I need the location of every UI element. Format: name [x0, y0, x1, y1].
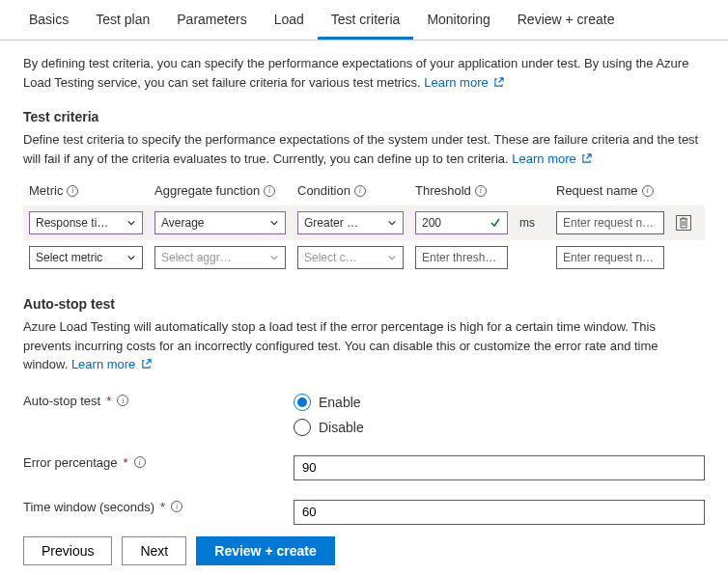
time-window-input[interactable]	[294, 500, 705, 525]
info-icon[interactable]	[642, 185, 654, 197]
aggregate-dropdown[interactable]: Average	[154, 211, 286, 234]
radio-icon	[294, 394, 311, 411]
autostop-description: Azure Load Testing will automatically st…	[23, 317, 705, 374]
next-button[interactable]: Next	[122, 536, 186, 565]
request-name-input[interactable]	[556, 211, 664, 234]
autostop-test-label: Auto-stop test *	[23, 394, 294, 408]
metric-dropdown[interactable]: Response ti…	[29, 211, 143, 234]
time-window-label: Time window (seconds) *	[23, 500, 294, 514]
chevron-down-icon	[387, 218, 397, 228]
tab-basics[interactable]: Basics	[15, 0, 82, 40]
autostop-radio-group: Enable Disable	[294, 394, 705, 436]
tab-review-create[interactable]: Review + create	[504, 0, 629, 40]
learn-more-link-autostop[interactable]: Learn more	[71, 357, 152, 371]
chevron-down-icon	[126, 218, 136, 228]
radio-enable-label: Enable	[319, 395, 361, 410]
section-description: Define test criteria to specify the perf…	[23, 130, 705, 168]
review-create-button[interactable]: Review + create	[196, 536, 334, 565]
col-req-label: Request name	[556, 183, 638, 198]
intro-text: By defining test criteria, you can speci…	[23, 56, 688, 90]
condition-dropdown[interactable]: Greater …	[297, 211, 404, 234]
threshold-input[interactable]	[415, 246, 508, 269]
info-icon[interactable]	[134, 456, 146, 468]
tab-monitoring[interactable]: Monitoring	[413, 0, 503, 40]
metric-dropdown[interactable]: Select metric	[29, 246, 143, 269]
learn-more-link-criteria[interactable]: Learn more	[512, 151, 592, 166]
criteria-table: Metric Aggregate function Condition Thre…	[23, 179, 705, 275]
info-icon[interactable]	[117, 395, 128, 406]
autostop-title: Auto-stop test	[23, 296, 705, 312]
chevron-down-icon	[126, 253, 136, 262]
aggregate-dropdown[interactable]: Select aggr…	[154, 246, 286, 269]
checkmark-icon	[490, 217, 501, 229]
tab-load[interactable]: Load	[261, 0, 318, 40]
radio-disable-label: Disable	[319, 420, 364, 435]
chevron-down-icon	[387, 253, 397, 262]
tab-test-criteria[interactable]: Test criteria	[318, 0, 414, 40]
info-icon[interactable]	[475, 185, 487, 197]
external-link-icon	[141, 359, 152, 370]
col-agg-label: Aggregate function	[154, 183, 260, 198]
criteria-row: Response ti… Average Greater … 200	[23, 205, 705, 240]
info-icon[interactable]	[354, 185, 366, 197]
chevron-down-icon	[269, 218, 279, 228]
previous-button[interactable]: Previous	[23, 536, 112, 565]
error-percentage-label: Error percentage *	[23, 455, 294, 470]
chevron-down-icon	[269, 253, 279, 262]
external-link-icon	[581, 153, 592, 164]
radio-disable[interactable]: Disable	[294, 419, 705, 436]
info-icon[interactable]	[264, 185, 275, 197]
footer-bar: Previous Next Review + create	[0, 527, 728, 575]
tab-parameters[interactable]: Parameters	[163, 0, 260, 40]
criteria-row-empty: Select metric Select aggr… Select c…	[23, 240, 705, 275]
error-percentage-input[interactable]	[294, 455, 705, 480]
criteria-header-row: Metric Aggregate function Condition Thre…	[23, 179, 705, 205]
intro-paragraph: By defining test criteria, you can speci…	[23, 54, 705, 92]
info-icon[interactable]	[171, 501, 182, 512]
trash-icon	[679, 217, 688, 229]
unit-label: ms	[514, 216, 550, 230]
delete-row-button[interactable]	[676, 215, 691, 231]
external-link-icon	[493, 77, 504, 88]
info-icon[interactable]	[67, 185, 78, 197]
section-title: Test criteria	[23, 109, 705, 124]
col-cond-label: Condition	[297, 183, 350, 198]
radio-enable[interactable]: Enable	[294, 394, 705, 411]
tabs-bar: Basics Test plan Parameters Load Test cr…	[0, 0, 728, 41]
tab-test-plan[interactable]: Test plan	[82, 0, 163, 40]
threshold-input[interactable]: 200	[415, 211, 508, 234]
radio-icon	[294, 419, 311, 436]
request-name-input[interactable]	[556, 246, 664, 269]
col-metric-label: Metric	[29, 183, 63, 198]
learn-more-link[interactable]: Learn more	[424, 75, 504, 90]
condition-dropdown[interactable]: Select c…	[297, 246, 404, 269]
col-thresh-label: Threshold	[415, 183, 471, 198]
